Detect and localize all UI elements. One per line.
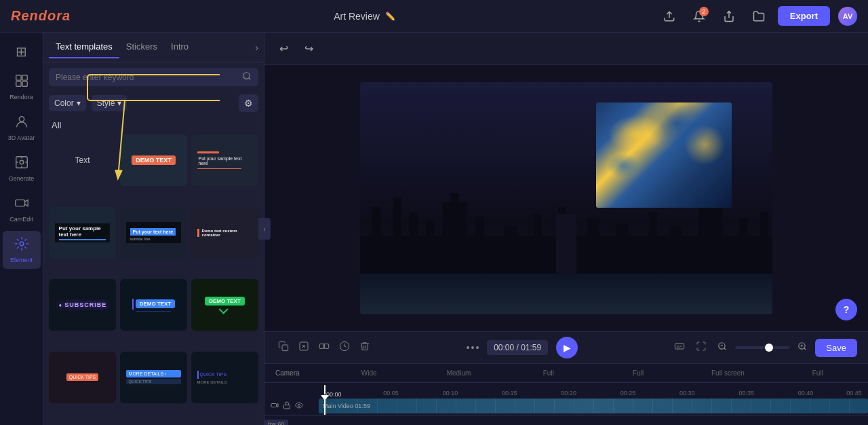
zoom-in-button[interactable] [795, 339, 810, 356]
style-filter[interactable]: Style ▾ [92, 95, 127, 111]
panel-collapse-handle[interactable]: ‹ [258, 218, 271, 240]
sidebar-item-element-label: Element [10, 257, 33, 263]
svg-rect-15 [319, 344, 323, 349]
export-button[interactable]: Export [778, 6, 830, 26]
sidebar-item-3d-avatar[interactable]: 3D Avatar [3, 109, 41, 147]
more-options-dots [467, 346, 479, 349]
fps-row: fps:60 [264, 415, 868, 425]
filter-settings-button[interactable]: ⚙ [239, 94, 258, 112]
color-chevron-icon: ▾ [77, 98, 81, 108]
svg-rect-22 [271, 403, 277, 407]
glow-text-1: ⬧ SUBSCRIBE [58, 301, 107, 308]
template-card-sample1[interactable]: Put your sample text here [191, 134, 258, 186]
template-card-lower2[interactable]: Put your text here subtitle line [120, 207, 187, 259]
template-card-lower1[interactable]: Put your sample text here [49, 207, 116, 259]
tab-intro[interactable]: Intro [164, 36, 195, 58]
trash-button[interactable] [357, 338, 373, 357]
sidebar-item-generate[interactable]: Generate [3, 149, 41, 187]
redo-button[interactable]: ↪ [300, 39, 317, 58]
svg-rect-1 [22, 75, 26, 80]
element-icon [14, 236, 29, 255]
timeline-label-medium: Medium [414, 369, 503, 377]
tab-stickers[interactable]: Stickers [119, 36, 164, 58]
project-title: Art Review [334, 11, 380, 22]
tabs-more-arrow[interactable]: › [255, 42, 258, 53]
app-logo: Rendora [11, 8, 71, 24]
share-button[interactable] [718, 5, 740, 27]
notification-button[interactable]: 2 [688, 5, 710, 27]
delete-copy-button[interactable] [296, 338, 312, 357]
template-card-quicktips1[interactable]: QUICK TIPS [49, 352, 116, 403]
topbar: Rendora Art Review ✏️ 2 Export AV [0, 0, 868, 33]
template-card-moredetails[interactable]: MORE DETAILS › QUICK TIPS [120, 352, 187, 403]
template-card-glow1[interactable]: ⬧ SUBSCRIBE [49, 279, 116, 331]
timeline-label-full3: Full [773, 369, 863, 377]
sidebar-item-camedit[interactable]: CamEdit [3, 190, 41, 228]
svg-point-4 [19, 117, 24, 122]
template-card-demo3[interactable]: DEMO TEXT [191, 279, 258, 331]
track-camera-icon[interactable] [270, 399, 279, 413]
caption-button[interactable] [671, 338, 688, 357]
demo-card-2: DEMO TEXT [132, 299, 176, 312]
upload-button[interactable] [658, 5, 680, 27]
color-label: Color [54, 98, 74, 108]
avatar: AV [838, 7, 857, 26]
template-card-demo1[interactable]: DEMO TEXT [120, 134, 187, 186]
template-card-lower3[interactable]: Demo text custom container [191, 207, 258, 259]
filter-row: Color ▾ Style ▾ ⚙ [43, 92, 264, 117]
svg-rect-0 [16, 75, 20, 80]
style-label: Style [97, 98, 115, 108]
template-card-demo2[interactable]: DEMO TEXT [120, 279, 187, 331]
timeline-label-wide: Wide [324, 369, 414, 377]
playhead [324, 395, 326, 415]
track-content-area: Main Video 01:59 [319, 399, 868, 413]
template-card-text[interactable]: Text [49, 134, 116, 186]
demo-badge-1: DEMO TEXT [132, 155, 176, 165]
sidebar-item-generate-label: Generate [9, 175, 35, 182]
video-background [360, 82, 772, 314]
water-reflection [360, 274, 772, 314]
fullscreen-button[interactable] [693, 338, 709, 357]
svg-rect-2 [16, 81, 20, 86]
svg-rect-19 [675, 344, 684, 349]
demo-card-3: DEMO TEXT [205, 297, 245, 314]
split-button[interactable] [316, 338, 332, 357]
template-card-quicktips2[interactable]: QUICK TIPS MORE DETAILS [191, 352, 258, 403]
timeline-label-camera: Camera [270, 369, 324, 377]
style-chevron-icon: ▾ [117, 98, 121, 108]
bottom-center-controls: 00:00 / 01:59 ▶ [467, 337, 578, 358]
notification-badge: 2 [699, 7, 709, 16]
edit-title-icon[interactable]: ✏️ [385, 12, 395, 21]
svg-rect-7 [15, 200, 24, 206]
content-area: ↩ ↪ ? [264, 33, 868, 425]
sidebar-item-home[interactable]: ⊞ [3, 38, 41, 65]
sidebar-item-template[interactable]: Rendora [3, 68, 41, 106]
play-button[interactable]: ▶ [556, 337, 578, 358]
sidebar-item-template-label: Rendora [9, 94, 33, 100]
main-area: ⊞ Rendora 3D Avatar [0, 33, 868, 425]
painting-swirl [596, 103, 732, 208]
track-eye-icon[interactable] [294, 399, 304, 413]
more-details-1: MORE DETAILS › QUICK TIPS [126, 370, 182, 384]
zoom-out-button[interactable] [715, 339, 730, 356]
timeline-label-full1: Full [504, 369, 593, 377]
search-input[interactable] [56, 73, 242, 82]
svg-rect-16 [325, 344, 329, 349]
bottom-right-controls: Save [671, 338, 857, 357]
home-icon: ⊞ [16, 43, 27, 60]
track-lock-icon[interactable] [282, 399, 292, 413]
speed-button[interactable] [336, 338, 353, 357]
copy-button[interactable] [275, 338, 292, 357]
search-icon[interactable] [242, 71, 252, 83]
tab-text-templates[interactable]: Text templates [49, 36, 119, 58]
video-container [360, 82, 772, 314]
color-filter[interactable]: Color ▾ [49, 95, 86, 111]
sidebar-item-element[interactable]: Element [3, 231, 41, 269]
help-button[interactable]: ? [835, 299, 857, 320]
save-button[interactable]: Save [815, 339, 857, 357]
undo-button[interactable]: ↩ [275, 39, 292, 58]
folder-button[interactable] [748, 5, 770, 27]
track-label: Main Video 01:59 [323, 403, 370, 409]
lower-third-1: Put your sample text here [55, 223, 111, 242]
zoom-slider[interactable] [735, 346, 789, 349]
